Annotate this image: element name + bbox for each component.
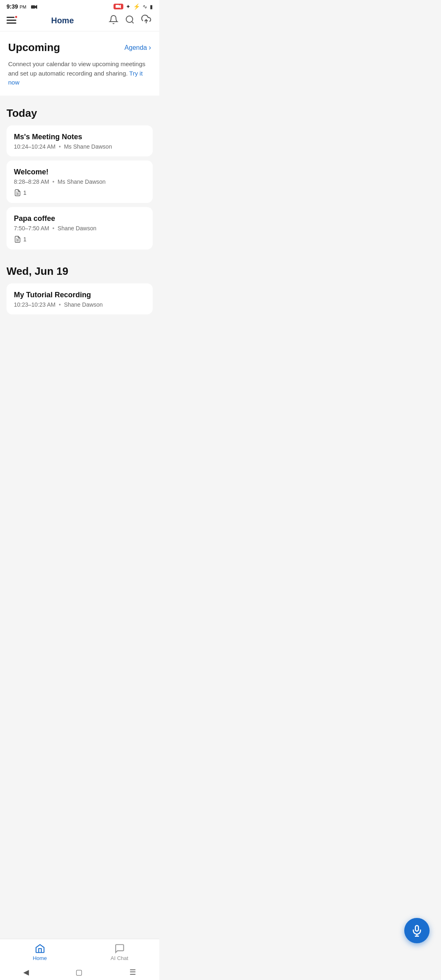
meeting-meta: 10:23–10:23 AM • Shane Dawson (14, 301, 145, 308)
notification-dot (14, 15, 18, 19)
svg-marker-3 (119, 5, 121, 9)
meeting-meta: 7:50–7:50 AM • Shane Dawson (14, 225, 145, 232)
svg-rect-0 (31, 5, 35, 9)
note-icon (14, 236, 21, 243)
meeting-count: 1 (14, 189, 145, 196)
note-icon (14, 189, 21, 196)
menu-button[interactable] (7, 17, 16, 24)
battery-icon: ▮ (150, 4, 153, 10)
header-actions (109, 15, 153, 26)
meeting-count: 1 (14, 236, 145, 243)
page-title: Home (51, 16, 74, 25)
today-title: Today (7, 107, 153, 120)
agenda-link[interactable]: Agenda › (125, 43, 151, 52)
svg-rect-5 (7, 20, 16, 21)
upcoming-section: Upcoming Agenda › Connect your calendar … (0, 31, 159, 96)
svg-rect-6 (7, 22, 16, 24)
upload-icon (141, 15, 153, 24)
chevron-right-icon: › (149, 43, 151, 52)
upcoming-description: Connect your calendar to view upcoming m… (8, 60, 151, 87)
upcoming-header: Upcoming Agenda › (8, 41, 151, 54)
bluetooth-icon: ✦ (126, 3, 131, 10)
meeting-name: Ms's Meeting Notes (14, 133, 145, 141)
meeting-meta: 10:24–10:24 AM • Ms Shane Dawson (14, 143, 145, 150)
status-time: 9:39 PM (7, 3, 38, 10)
meeting-name: Papa coffee (14, 214, 145, 223)
video-icon (31, 4, 38, 9)
today-section: Today Ms's Meeting Notes 10:24–10:24 AM … (0, 99, 159, 257)
status-bar: 9:39 PM ✦ ⚡ ∿ ▮ (0, 0, 159, 11)
meeting-name: Welcome! (14, 168, 145, 176)
svg-rect-2 (116, 5, 119, 8)
search-button[interactable] (125, 15, 135, 26)
svg-marker-1 (35, 5, 37, 9)
app-header: Home (0, 11, 159, 31)
status-icons: ✦ ⚡ ∿ ▮ (114, 3, 153, 10)
svg-line-8 (132, 22, 134, 23)
svg-point-7 (126, 16, 133, 22)
meeting-card[interactable]: Welcome! 8:28–8:28 AM • Ms Shane Dawson … (7, 160, 153, 203)
notification-button[interactable] (109, 15, 118, 26)
flash-icon: ⚡ (133, 3, 140, 10)
meeting-card[interactable]: Ms's Meeting Notes 10:24–10:24 AM • Ms S… (7, 125, 153, 156)
wifi-icon: ∿ (143, 3, 147, 10)
upcoming-title: Upcoming (8, 41, 60, 54)
bell-icon (109, 15, 118, 24)
meeting-card[interactable]: My Tutorial Recording 10:23–10:23 AM • S… (7, 283, 153, 314)
main-content: Upcoming Agenda › Connect your calendar … (0, 31, 159, 354)
search-icon (125, 15, 135, 24)
upload-button[interactable] (141, 15, 153, 26)
meeting-name: My Tutorial Recording (14, 291, 145, 299)
meeting-meta: 8:28–8:28 AM • Ms Shane Dawson (14, 178, 145, 185)
recording-indicator (114, 4, 123, 9)
meeting-card[interactable]: Papa coffee 7:50–7:50 AM • Shane Dawson … (7, 207, 153, 249)
wednesday-title: Wed, Jun 19 (7, 265, 153, 278)
wednesday-section: Wed, Jun 19 My Tutorial Recording 10:23–… (0, 257, 159, 322)
